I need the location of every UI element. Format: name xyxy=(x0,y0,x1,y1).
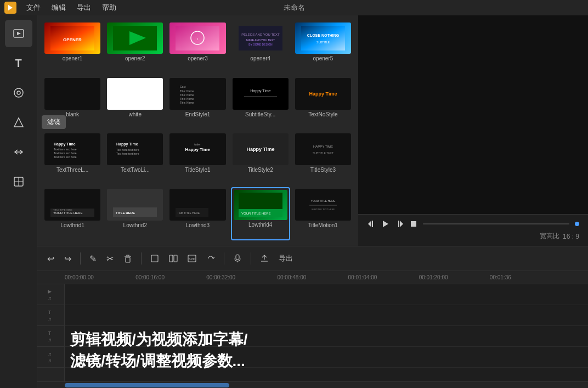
cut-button[interactable]: ✂ xyxy=(103,251,117,266)
svg-text:SUBTITLE TEXT HERE: SUBTITLE TEXT HERE xyxy=(312,208,335,211)
template-thumb-textthree: Happy Time Text here text here Text here… xyxy=(44,133,100,165)
template-titlestyle2[interactable]: Happy Time TitleStyle2 xyxy=(231,132,290,184)
template-thumb-subtitlestyle: Happy Time xyxy=(233,78,289,109)
toolbar-separator-4 xyxy=(251,252,251,265)
play-button[interactable] xyxy=(381,220,390,228)
template-thumb-lowthrid4: YOUR TITLE HERE xyxy=(234,190,287,220)
preview-panel: 宽高比 16 : 9 xyxy=(358,15,588,246)
menu-file[interactable]: 文件 xyxy=(21,0,46,15)
template-label-subtitlestyle: SubtitleSty... xyxy=(245,111,275,117)
mic-button[interactable] xyxy=(230,252,245,265)
skip-forward-button[interactable] xyxy=(395,220,404,228)
export-label: 导出 xyxy=(275,254,296,263)
window-title: 未命名 xyxy=(284,3,305,13)
template-lowthrid4[interactable]: YOUR TITLE HERE Lowthrid4 xyxy=(231,187,290,240)
crop-button[interactable] xyxy=(147,252,162,265)
template-white[interactable]: white xyxy=(105,76,165,128)
svg-text:Title: Name: Title: Name xyxy=(180,93,194,97)
undo-button[interactable]: ↩ xyxy=(44,251,58,266)
template-titlestyle1[interactable]: tatter Happy Time TitleStyle1 xyxy=(168,132,227,184)
menu-edit[interactable]: 编辑 xyxy=(46,0,71,15)
aspect-ratio-value: 16 : 9 xyxy=(563,233,579,240)
filter-button[interactable]: 滤镜 xyxy=(42,115,66,129)
template-titlemotion1[interactable]: YOUR TITLE HERE SUBTITLE TEXT HERE Title… xyxy=(293,187,353,240)
aspect-ratio-label: 宽高比 xyxy=(540,232,559,241)
template-label-textthree: TextThreeL... xyxy=(56,167,88,173)
svg-rect-80 xyxy=(169,255,173,262)
template-opener4[interactable]: PELEOS AND YOU TEXT MAKE AND YOU TEXT BY… xyxy=(231,21,290,73)
template-opener1[interactable]: OPENER opener1 xyxy=(43,21,102,73)
edit-button[interactable]: ✎ xyxy=(86,251,100,266)
track-header-audio: T ♬ xyxy=(37,326,64,347)
redo-button[interactable]: ↪ xyxy=(61,251,75,266)
template-textnc[interactable]: Happy Time TextNoStyle xyxy=(293,76,353,128)
template-label-texttwo: TextTwoLi... xyxy=(121,167,150,173)
template-label-titlestyle3: TitleStyle3 xyxy=(310,167,336,173)
template-opener2[interactable]: opener2 xyxy=(105,21,165,73)
template-label-lowthrid1: Lowthrid1 xyxy=(60,222,84,228)
skip-back-button[interactable] xyxy=(367,220,376,228)
template-texttwo[interactable]: Happy Time Text here text here Text here… xyxy=(105,132,165,184)
template-opener5[interactable]: CLOSE NOTHING SUBTITLE opener5 xyxy=(293,21,353,73)
template-thumb-opener5: CLOSE NOTHING SUBTITLE xyxy=(295,23,351,54)
svg-text:TITLE TYPE HERE: TITLE TYPE HERE xyxy=(53,209,72,211)
template-lowthrid1[interactable]: YOUR TITLE HERE TITLE TYPE HERE Lowthrid… xyxy=(43,187,102,240)
stop-button[interactable] xyxy=(410,220,417,228)
svg-rect-79 xyxy=(151,255,158,262)
template-label-opener5: opener5 xyxy=(313,55,333,61)
timeline-scrollbar[interactable] xyxy=(37,381,588,388)
sidebar-item-shapes[interactable] xyxy=(5,109,32,136)
template-lowthrid3[interactable]: I AM TITLE HERE Lowthrid3 xyxy=(168,187,227,240)
sidebar-item-media[interactable] xyxy=(5,20,32,47)
speed-button[interactable]: SPD xyxy=(184,252,200,265)
svg-text:Title: Name: Title: Name xyxy=(180,89,194,93)
split-button[interactable] xyxy=(166,252,181,265)
loop-button[interactable] xyxy=(203,252,218,265)
menu-export[interactable]: 导出 xyxy=(71,0,97,15)
sidebar-item-text[interactable]: T xyxy=(5,49,32,77)
template-grid: OPENER opener1 xyxy=(37,15,358,246)
svg-text:YOUR TITLE HERE: YOUR TITLE HERE xyxy=(53,211,83,215)
scrollbar-thumb[interactable] xyxy=(65,383,229,387)
svg-marker-73 xyxy=(383,221,388,227)
timeline-tracks: ▶ ♬ T ♬ T ♬ xyxy=(37,284,588,381)
menu-bar: 文件 编辑 导出 帮助 未命名 xyxy=(0,0,588,15)
progress-dot[interactable] xyxy=(575,222,579,226)
template-panel: 滤镜 xyxy=(37,15,358,246)
template-titlestyle3[interactable]: HAPPY TIME SUBTITLE TEXT TitleStyle3 xyxy=(293,132,353,184)
svg-text:Happy Time: Happy Time xyxy=(116,142,138,147)
time-mark-1: 00:00:16:00 xyxy=(135,274,206,280)
timeline-area: 00:00:00.00 00:00:16:00 00:00:32:00 00:0… xyxy=(37,271,588,388)
track-header-video: ▶ ♬ xyxy=(37,284,64,305)
template-thumb-opener1: OPENER xyxy=(44,23,100,54)
svg-text:Text here text here: Text here text here xyxy=(54,148,77,151)
sidebar-item-effects[interactable] xyxy=(5,168,32,195)
menu-help[interactable]: 帮助 xyxy=(97,0,122,15)
svg-rect-25 xyxy=(113,81,157,106)
template-opener3[interactable]: ♪ opener3 xyxy=(168,21,227,73)
toolbar-separator-3 xyxy=(224,252,224,265)
svg-text:OPENER: OPENER xyxy=(63,37,82,42)
template-thumb-opener2 xyxy=(107,23,163,54)
time-mark-3: 00:00:48:00 xyxy=(277,274,348,280)
sidebar-item-transitions[interactable] xyxy=(5,138,32,166)
svg-text:Happy Time: Happy Time xyxy=(246,147,274,152)
svg-text:PELEOS AND YOU TEXT: PELEOS AND YOU TEXT xyxy=(241,33,280,36)
svg-text:Happy Time: Happy Time xyxy=(309,91,337,97)
svg-rect-72 xyxy=(372,221,373,227)
template-subtitlestyle[interactable]: Happy Time SubtitleSty... xyxy=(231,76,290,128)
svg-text:tatter: tatter xyxy=(195,143,201,146)
template-label-endstyle1: EndStyle1 xyxy=(185,111,211,117)
export-button[interactable] xyxy=(257,252,272,265)
track-row-2 xyxy=(65,305,588,326)
template-textthree[interactable]: Happy Time Text here text here Text here… xyxy=(43,132,102,184)
sidebar-item-stickers[interactable] xyxy=(5,79,32,106)
template-lowthrid2[interactable]: TITLE HERE Lowthrid2 xyxy=(105,187,165,240)
template-endstyle1[interactable]: Cast Title: Name Title: Name Title: Name… xyxy=(168,76,227,128)
svg-rect-81 xyxy=(174,255,177,262)
delete-button[interactable] xyxy=(120,252,135,265)
template-label-white: white xyxy=(129,111,142,117)
template-thumb-white xyxy=(107,78,163,109)
svg-rect-24 xyxy=(50,81,94,106)
track-row-4 xyxy=(65,347,588,368)
